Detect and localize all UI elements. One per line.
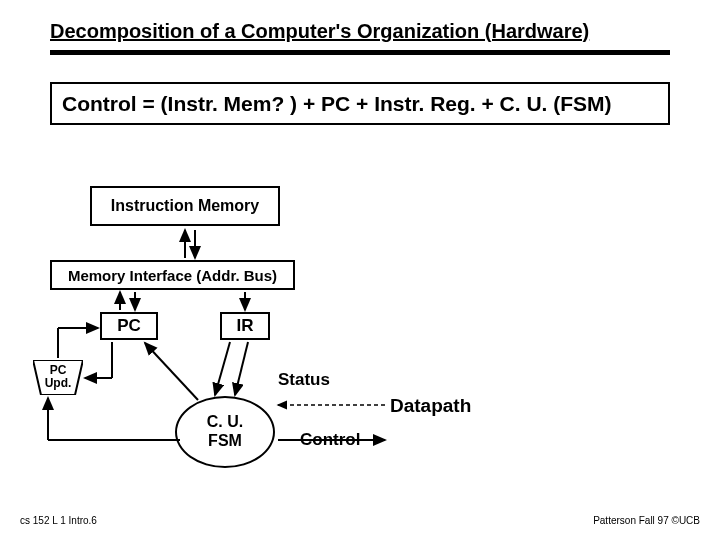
svg-line-11 xyxy=(215,342,230,395)
equation-box: Control = (Instr. Mem? ) + PC + Instr. R… xyxy=(50,82,670,125)
cu-line2: FSM xyxy=(208,432,242,449)
datapath-label: Datapath xyxy=(390,395,471,417)
footer-left: cs 152 L 1 Intro.6 xyxy=(20,515,97,526)
footer-right: Patterson Fall 97 ©UCB xyxy=(593,515,700,526)
ir-block: IR xyxy=(220,312,270,340)
instruction-memory-block: Instruction Memory xyxy=(90,186,280,226)
pc-block: PC xyxy=(100,312,158,340)
memory-interface-block: Memory Interface (Addr. Bus) xyxy=(50,260,295,290)
title-underline xyxy=(50,50,670,55)
pc-upd-line2: Upd. xyxy=(45,376,72,390)
svg-line-12 xyxy=(235,342,248,395)
control-unit-fsm-block: C. U. FSM xyxy=(175,396,275,468)
status-label: Status xyxy=(278,370,330,390)
control-label: Control xyxy=(300,430,360,450)
pc-upd-line1: PC xyxy=(50,363,67,377)
page-title: Decomposition of a Computer's Organizati… xyxy=(50,20,589,43)
pc-update-block: PC Upd. xyxy=(33,360,83,395)
cu-line1: C. U. xyxy=(207,413,243,430)
svg-line-10 xyxy=(145,343,198,400)
